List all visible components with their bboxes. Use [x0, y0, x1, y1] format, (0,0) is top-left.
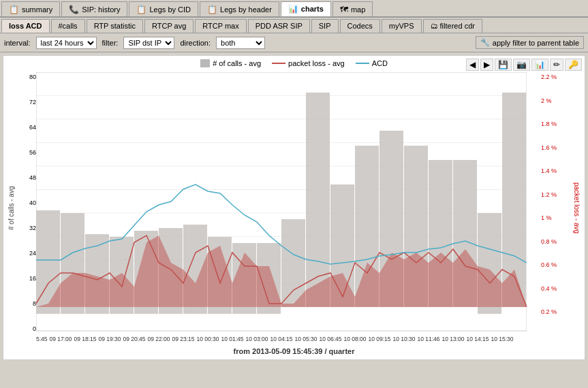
y-right-tick-04: 0.4 % [541, 285, 566, 292]
svg-text:10 10:30: 10 10:30 [392, 336, 415, 342]
apply-filter-label: apply filter to parrent table [493, 39, 579, 47]
tab-map[interactable]: 🗺 map [332, 1, 373, 16]
svg-text:10 09:15: 10 09:15 [368, 336, 390, 342]
chart-inner: 09 15:45 09 17:00 09 18:15 09 19:30 09 2… [36, 72, 541, 344]
direction-select[interactable]: both inbound outbound [216, 37, 265, 49]
map-icon: 🗺 [340, 5, 348, 14]
subtab-sip[interactable]: SIP [311, 19, 339, 33]
svg-text:09 17:00: 09 17:00 [49, 336, 72, 342]
svg-text:09 23:15: 09 23:15 [172, 336, 194, 342]
legs-by-cid-icon: 📋 [136, 5, 146, 14]
y-right-tick-08: 0.8 % [541, 238, 566, 245]
y-tick-48: 48 [20, 174, 36, 181]
legend-acd-label: ACD [372, 59, 388, 67]
legend-packet-loss: packet loss - avg [272, 59, 345, 67]
y-tick-64: 64 [20, 124, 36, 131]
table-icon[interactable]: 📊 [531, 59, 548, 71]
svg-text:09 18:15: 09 18:15 [74, 336, 96, 342]
svg-text:10 11:46: 10 11:46 [417, 336, 439, 342]
nav-left-icon[interactable]: ◀ [466, 59, 479, 71]
sip-history-icon: 📞 [69, 5, 79, 14]
legend-calls-box [200, 59, 210, 67]
subtab-calls[interactable]: #calls [51, 19, 85, 33]
y-tick-80: 80 [20, 74, 36, 80]
direction-label: direction: [180, 39, 211, 47]
svg-text:09 22:00: 09 22:00 [147, 336, 170, 342]
tab-summary[interactable]: 📋 summary [1, 1, 60, 16]
tab-sip-history[interactable]: 📞 SIP: history [61, 1, 127, 16]
subtab-filtered-cdr[interactable]: 🗂 filtered cdr [423, 19, 482, 33]
subtab-loss-acd[interactable]: loss ACD [1, 19, 50, 33]
image-icon[interactable]: 📷 [513, 59, 530, 71]
tab-legs-by-cid[interactable]: 📋 Legs by CID [129, 1, 198, 16]
svg-text:10 05:30: 10 05:30 [294, 336, 317, 342]
subtab-myvps[interactable]: myVPS [382, 19, 422, 33]
svg-text:09 19:30: 09 19:30 [98, 336, 121, 342]
y-right-tick-20: 2 % [541, 97, 566, 104]
y-tick-0: 0 [20, 325, 36, 332]
svg-text:10 00:30: 10 00:30 [196, 336, 219, 342]
chart-legend: # of calls - avg packet loss - avg ACD [200, 59, 388, 67]
tab-sip-history-label: SIP: history [82, 5, 120, 14]
interval-label: interval: [4, 39, 31, 47]
settings-icon[interactable]: 🔑 [565, 59, 582, 71]
filter-select[interactable]: SIP dst IP SIP src IP all [123, 37, 174, 49]
y-axis-left-label: # of calls - avg [6, 72, 20, 344]
x-axis-labels: 09 15:45 09 17:00 09 18:15 09 19:30 09 2… [36, 336, 514, 342]
y-right-tick-14: 1.4 % [541, 167, 566, 174]
subtab-rtp-statistic[interactable]: RTP statistic [87, 19, 143, 33]
legend-acd: ACD [356, 59, 388, 67]
controls-bar: interval: last 24 hours last 7 days last… [0, 33, 588, 52]
y-right-tick-22: 2.2 % [541, 74, 566, 80]
summary-icon: 📋 [9, 5, 19, 14]
y-right-tick-10: 1 % [541, 214, 566, 221]
save-icon[interactable]: 💾 [495, 59, 512, 71]
svg-text:09 15:45: 09 15:45 [36, 336, 48, 342]
chart-area: # of calls - avg packet loss - avg ACD ◀… [3, 55, 585, 360]
y-tick-32: 32 [20, 225, 36, 231]
y-tick-16: 16 [20, 275, 36, 282]
svg-text:09 20:45: 09 20:45 [123, 336, 145, 342]
filter-label: filter: [102, 39, 119, 47]
svg-rect-21 [281, 219, 305, 307]
filtered-cdr-icon: 🗂 [431, 22, 438, 30]
svg-text:10 08:00: 10 08:00 [343, 336, 366, 342]
y-tick-72: 72 [20, 99, 36, 106]
y-right-tick-16: 1.6 % [541, 144, 566, 151]
legend-packet-loss-line [272, 63, 285, 64]
svg-text:10 14:15: 10 14:15 [466, 336, 489, 342]
chart-footer: from 2013-05-09 15:45:39 / quarter [6, 344, 582, 357]
y-tick-56: 56 [20, 149, 36, 156]
edit-icon[interactable]: ✏ [550, 59, 563, 71]
subtab-rtcp-avg[interactable]: RTCP avg [144, 19, 194, 33]
chart-svg: 09 15:45 09 17:00 09 18:15 09 19:30 09 2… [36, 72, 527, 344]
y-tick-40: 40 [20, 199, 36, 206]
svg-text:10 03:00: 10 03:00 [245, 336, 268, 342]
charts-icon: 📊 [288, 4, 298, 14]
subtab-pdd-asr-sip[interactable]: PDD ASR SIP [248, 19, 310, 33]
subtab-bar: loss ACD #calls RTP statistic RTCP avg R… [0, 18, 588, 33]
y-right-tick-12: 1.2 % [541, 191, 566, 198]
tab-summary-label: summary [22, 5, 52, 14]
y-right-tick-06: 0.6 % [541, 261, 566, 268]
y-axis-right-label: packet loss - avg [566, 72, 582, 344]
chart-wrapper: # of calls - avg 0 8 16 24 32 40 48 56 6… [6, 72, 582, 344]
svg-text:10 06:45: 10 06:45 [319, 336, 341, 342]
tab-legs-by-header[interactable]: 📋 Legs by header [200, 1, 279, 16]
apply-filter-button[interactable]: 🔧 apply filter to parrent table [476, 36, 584, 49]
subtab-rtcp-max[interactable]: RTCP max [195, 19, 246, 33]
nav-right-icon[interactable]: ▶ [480, 59, 493, 71]
tab-legs-by-header-label: Legs by header [220, 5, 272, 14]
interval-select[interactable]: last 24 hours last 7 days last 30 days [36, 37, 97, 49]
legend-packet-loss-label: packet loss - avg [288, 59, 345, 67]
y-tick-24: 24 [20, 250, 36, 257]
legend-acd-line [356, 63, 369, 64]
legend-calls-label: # of calls - avg [213, 59, 261, 67]
tab-charts-label: charts [301, 5, 324, 13]
svg-text:10 04:15: 10 04:15 [270, 336, 292, 342]
subtab-codecs[interactable]: Codecs [340, 19, 380, 33]
svg-text:10 13:00: 10 13:00 [442, 336, 464, 342]
svg-text:10 15:30: 10 15:30 [491, 336, 513, 342]
tab-charts[interactable]: 📊 charts [281, 1, 331, 16]
legs-by-header-icon: 📋 [207, 5, 217, 14]
